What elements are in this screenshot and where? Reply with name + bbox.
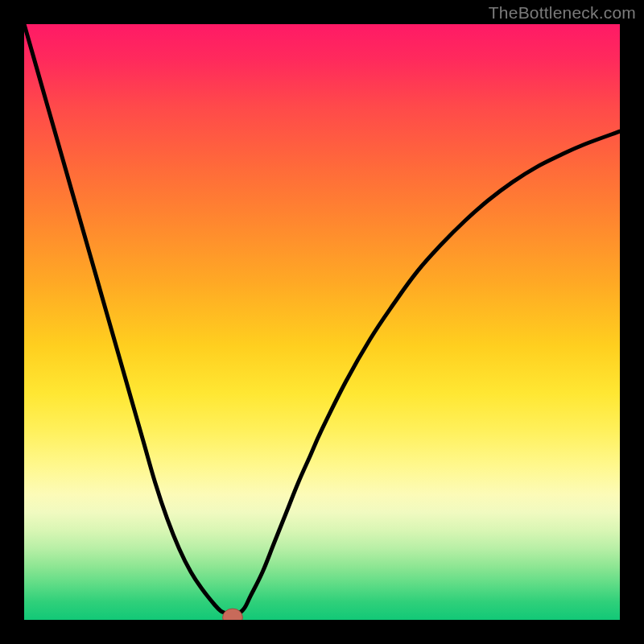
curve-svg bbox=[24, 24, 620, 620]
bottleneck-curve bbox=[24, 24, 620, 620]
minimum-marker bbox=[223, 609, 243, 620]
plot-area bbox=[24, 24, 620, 620]
watermark-text: TheBottleneck.com bbox=[489, 3, 636, 23]
chart-stage: TheBottleneck.com bbox=[0, 0, 644, 644]
